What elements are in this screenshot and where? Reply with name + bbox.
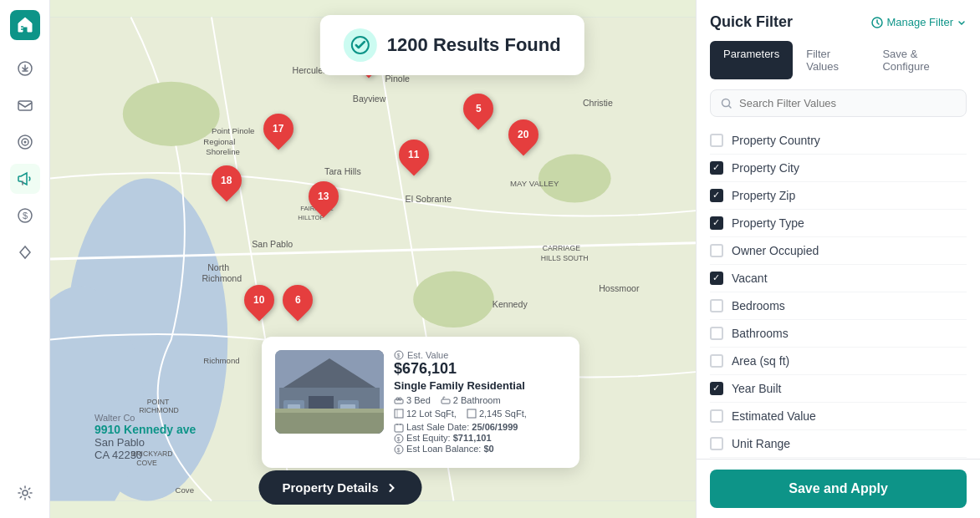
svg-rect-4 [18,101,32,110]
filter-checkbox-bathrooms[interactable] [710,327,723,340]
bed-count: 3 Bed [394,395,431,405]
panel-footer: Save and Apply [697,459,980,518]
filter-item-estimated-value[interactable]: Estimated Value [710,403,967,430]
filter-checkbox-bedrooms[interactable] [710,299,723,312]
svg-rect-56 [275,413,384,434]
svg-text:$: $ [23,211,28,221]
filter-label-owner-occupied: Owner Occupied [732,244,819,257]
svg-text:Tara Hills: Tara Hills [324,166,361,176]
svg-rect-55 [275,409,384,413]
map[interactable]: Hercules Bayview Pinole Christie Point P… [50,0,696,518]
filter-item-owner-occupied[interactable]: Owner Occupied [710,237,967,265]
filter-item-property-country[interactable]: Property Country [710,127,967,155]
property-meta: 3 Bed 2 Bathroom [394,395,566,405]
svg-point-18 [413,271,494,328]
filter-label-property-zip: Property Zip [732,189,795,202]
save-apply-button[interactable]: Save and Apply [710,470,967,508]
search-bar[interactable] [710,89,967,117]
property-type-label: Single Family Residential [394,379,566,392]
property-size-meta: 12 Lot SqFt, 2,145 SqFt, [394,409,566,419]
property-details-button[interactable]: Property Details [258,470,421,505]
results-count: 1200 Results Found [387,34,561,56]
filter-checkbox-property-country[interactable] [710,134,723,147]
svg-text:Kennedy: Kennedy [493,299,528,309]
svg-text:Shoreline: Shoreline [206,148,240,157]
filter-label-property-city: Property City [732,161,799,175]
property-image [275,350,384,434]
tab-filter-values[interactable]: Filter Values [793,41,869,79]
filter-item-property-zip[interactable]: Property Zip [710,182,967,210]
target-sidebar-icon[interactable] [10,127,40,157]
filter-label-vacant: Vacant [732,272,768,285]
filter-item-bathrooms[interactable]: Bathrooms [710,320,967,348]
dollar-sidebar-icon[interactable]: $ [10,201,40,231]
est-loan: $ Est Loan Balance: $0 [394,444,566,455]
megaphone-sidebar-icon[interactable] [10,164,40,194]
svg-text:San Pablo: San Pablo [252,239,293,249]
svg-point-7 [23,141,26,144]
settings-sidebar-icon[interactable] [10,478,40,508]
filter-item-vacant[interactable]: Vacant [710,265,967,292]
filter-checkbox-owner-occupied[interactable] [710,244,723,257]
owner-name: Walter Co [94,413,196,423]
mail-sidebar-icon[interactable] [10,90,40,120]
svg-text:CARRIAGE: CARRIAGE [543,244,581,252]
tag-sidebar-icon[interactable] [10,237,40,267]
svg-text:Richmond: Richmond [202,273,242,283]
tab-parameters[interactable]: Parameters [710,41,793,79]
filter-label-bathrooms: Bathrooms [732,327,789,340]
tab-save-configure[interactable]: Save & Configure [869,41,967,79]
svg-text:POINT: POINT [147,398,170,406]
svg-line-75 [729,105,732,108]
svg-text:Cove: Cove [176,485,194,495]
filter-item-area-sq-ft[interactable]: Area (sq ft) [710,348,967,375]
filter-checkbox-property-type[interactable] [710,216,723,230]
svg-text:Hossmoor: Hossmoor [599,283,640,293]
filter-list: Property CountryProperty CityProperty Zi… [697,127,980,459]
est-value: $676,101 [394,360,566,378]
filter-checkbox-estimated-value[interactable] [710,409,723,423]
filter-item-unit-range[interactable]: Unit Range [710,430,967,458]
manage-filter-button[interactable]: Manage Filter [870,16,967,29]
city-state: San Pablo [94,436,196,449]
filter-checkbox-area-sq-ft[interactable] [710,354,723,368]
search-icon [721,98,732,109]
filter-label-property-country: Property Country [732,134,820,147]
svg-text:Point Pinole: Point Pinole [212,126,254,135]
svg-text:$: $ [397,436,401,442]
panel-header: Quick Filter Manage Filter [697,0,980,31]
results-popup: 1200 Results Found [320,15,584,75]
logo[interactable] [10,10,40,40]
download-sidebar-icon[interactable] [10,53,40,84]
panel-tabs: Parameters Filter Values Save & Configur… [697,31,980,79]
filter-label-property-type: Property Type [732,216,804,230]
search-filter-input[interactable] [739,97,956,109]
svg-text:Regional: Regional [203,137,235,146]
filter-checkbox-vacant[interactable] [710,272,723,285]
filter-item-property-city[interactable]: Property City [710,155,967,182]
last-sale: Last Sale Date: 25/06/1999 [394,422,566,433]
sidebar: $ [0,0,50,518]
filter-label-year-built: Year Built [732,382,781,395]
svg-text:Christie: Christie [583,98,613,108]
filter-checkbox-year-built[interactable] [710,382,723,395]
svg-text:$: $ [397,447,401,453]
filter-checkbox-property-city[interactable] [710,161,723,175]
right-panel: Quick Filter Manage Filter Parameters Fi… [696,0,980,518]
filter-item-year-built[interactable]: Year Built [710,375,967,403]
est-value-label: $ Est. Value [394,350,566,360]
street-address: 9910 Kennedy ave [94,423,196,436]
main-content: Hercules Bayview Pinole Christie Point P… [50,0,696,518]
svg-rect-65 [467,409,476,418]
property-address-block: Walter Co 9910 Kennedy ave San Pablo CA … [94,413,196,461]
filter-item-property-type[interactable]: Property Type [710,210,967,237]
svg-rect-62 [442,399,450,404]
filter-checkbox-property-zip[interactable] [710,189,723,202]
filter-label-area-sq-ft: Area (sq ft) [732,354,789,368]
filter-label-unit-range: Unit Range [732,437,790,450]
svg-rect-66 [395,424,403,432]
filter-checkbox-unit-range[interactable] [710,437,723,450]
property-card: $ Est. Value $676,101 Single Family Resi… [262,337,579,468]
state-zip: CA 42230 [94,449,196,461]
filter-item-bedrooms[interactable]: Bedrooms [710,292,967,320]
